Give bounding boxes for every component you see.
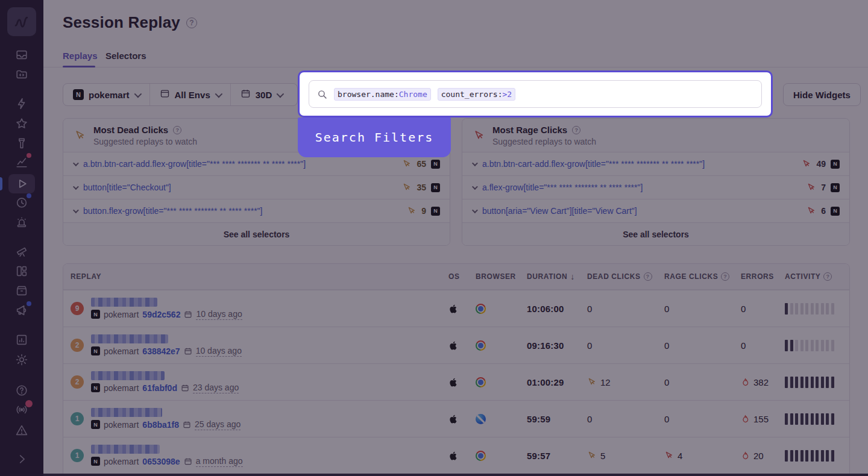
search-token-count-errors[interactable]: count_errors:>2 — [438, 88, 515, 101]
search-token-browser-name[interactable]: browser.name:Chrome — [334, 88, 431, 101]
search-spotlight: browser.name:Chrome count_errors:>2 — [298, 70, 773, 117]
tour-tooltip-label: Search Filters — [315, 130, 434, 145]
search-icon — [317, 89, 327, 99]
search-input[interactable]: browser.name:Chrome count_errors:>2 — [309, 80, 762, 108]
tour-tooltip: Search Filters — [298, 117, 451, 157]
